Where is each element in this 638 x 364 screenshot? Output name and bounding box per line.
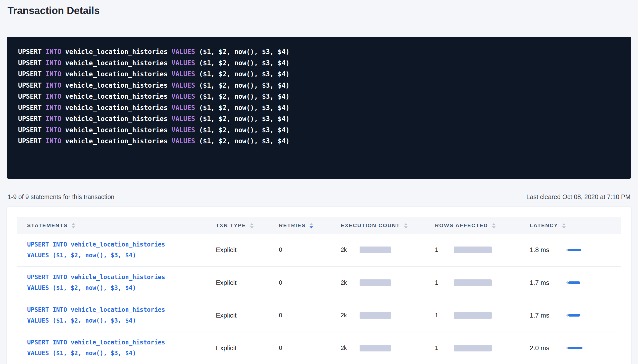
latency-cell: 2.0 ms — [530, 332, 621, 364]
execution-count-value: 2k — [341, 279, 360, 286]
column-header-latency[interactable]: LATENCY — [530, 217, 621, 234]
execution-count-bar — [360, 279, 391, 286]
execution-count-cell: 2k — [341, 332, 435, 364]
latency-value: 2.0 ms — [530, 344, 566, 352]
sql-statement-line: UPSERT INTO vehicle_location_histories V… — [18, 57, 620, 69]
sql-statement-line: UPSERT INTO vehicle_location_histories V… — [18, 80, 620, 91]
sort-desc-arrow-icon — [72, 226, 75, 228]
execution-count-value: 2k — [341, 312, 360, 319]
sql-statement-line: UPSERT INTO vehicle_location_histories V… — [18, 113, 620, 125]
rows-affected-value: 1 — [435, 247, 454, 253]
sort-asc-arrow-icon — [250, 223, 254, 225]
execution-count-value: 2k — [341, 247, 360, 253]
sql-statement-line: UPSERT INTO vehicle_location_histories V… — [18, 46, 620, 57]
rows-affected-value: 1 — [435, 312, 454, 319]
sort-desc-arrow-icon — [492, 226, 496, 228]
txn-type-cell: Explicit — [216, 299, 279, 332]
sort-icon[interactable] — [562, 223, 566, 228]
table-meta-row: 1-9 of 9 statements for this transaction… — [7, 193, 631, 201]
latency-bar — [568, 249, 581, 251]
statement-cell: UPSERT INTO vehicle_location_historiesVA… — [17, 234, 216, 266]
rows-affected-bar — [454, 345, 492, 351]
column-header-retries[interactable]: RETRIES — [279, 217, 341, 234]
sort-desc-arrow-icon — [404, 226, 408, 228]
sort-desc-arrow-icon — [310, 226, 313, 228]
column-label: EXECUTION COUNT — [341, 222, 400, 228]
column-label: LATENCY — [530, 222, 558, 228]
sql-statement-line: UPSERT INTO vehicle_location_histories V… — [18, 102, 620, 113]
sort-icon[interactable] — [250, 223, 254, 228]
statement-link[interactable]: UPSERT INTO vehicle_location_historiesVA… — [27, 239, 165, 261]
retries-cell: 0 — [279, 299, 341, 332]
sql-statement-line: UPSERT INTO vehicle_location_histories V… — [18, 136, 620, 147]
statements-table-card: STATEMENTSTXN TYPERETRIESEXECUTION COUNT… — [7, 207, 631, 364]
page-title: Transaction Details — [7, 5, 631, 16]
statement-link[interactable]: UPSERT INTO vehicle_location_historiesVA… — [27, 337, 165, 359]
latency-cell: 1.7 ms — [530, 266, 621, 299]
rows-affected-bar — [454, 247, 492, 253]
transaction-details-page: Transaction Details UPSERT INTO vehicle_… — [0, 0, 638, 364]
latency-bar — [568, 314, 580, 317]
sort-desc-arrow-icon — [250, 226, 254, 228]
column-header-statements[interactable]: STATEMENTS — [17, 217, 216, 234]
statement-row: UPSERT INTO vehicle_location_historiesVA… — [17, 332, 621, 364]
sort-asc-arrow-icon — [310, 223, 313, 225]
sort-asc-arrow-icon — [404, 223, 408, 225]
column-label: TXN TYPE — [216, 222, 246, 228]
execution-count-value: 2k — [341, 345, 360, 351]
execution-count-bar — [360, 345, 391, 351]
retries-cell: 0 — [279, 332, 341, 364]
sort-icon[interactable] — [72, 223, 75, 228]
retries-cell: 0 — [279, 266, 341, 299]
statements-table: STATEMENTSTXN TYPERETRIESEXECUTION COUNT… — [17, 217, 621, 364]
execution-count-cell: 2k — [341, 299, 435, 332]
rows-affected-cell: 1 — [435, 266, 530, 299]
rows-affected-cell: 1 — [435, 234, 530, 266]
txn-type-cell: Explicit — [216, 332, 279, 364]
rows-affected-value: 1 — [435, 345, 454, 351]
latency-value: 1.7 ms — [530, 312, 566, 319]
txn-type-cell: Explicit — [216, 266, 279, 299]
column-header-rows-affected[interactable]: ROWS AFFECTED — [435, 217, 530, 234]
sort-icon[interactable] — [404, 223, 408, 228]
last-cleared-text: Last cleared Oct 08, 2020 at 7:10 PM — [526, 193, 630, 201]
sort-desc-arrow-icon — [562, 226, 566, 228]
statements-range-text: 1-9 of 9 statements for this transaction — [8, 193, 114, 201]
execution-count-cell: 2k — [341, 234, 435, 266]
sql-statement-line: UPSERT INTO vehicle_location_histories V… — [18, 125, 620, 136]
latency-value: 1.7 ms — [530, 279, 566, 287]
sql-statement-line: UPSERT INTO vehicle_location_histories V… — [18, 69, 620, 80]
column-label: STATEMENTS — [27, 222, 68, 228]
latency-bar — [568, 281, 580, 284]
statement-link[interactable]: UPSERT INTO vehicle_location_historiesVA… — [27, 272, 165, 293]
retries-cell: 0 — [279, 234, 341, 266]
statement-row: UPSERT INTO vehicle_location_historiesVA… — [17, 266, 621, 299]
execution-count-bar — [360, 312, 391, 319]
table-header-row: STATEMENTSTXN TYPERETRIESEXECUTION COUNT… — [17, 217, 621, 234]
column-label: ROWS AFFECTED — [435, 222, 488, 228]
sort-asc-arrow-icon — [492, 223, 496, 225]
column-header-txn-type[interactable]: TXN TYPE — [216, 217, 279, 234]
statement-link[interactable]: UPSERT INTO vehicle_location_historiesVA… — [27, 305, 165, 326]
execution-count-bar — [360, 247, 391, 253]
rows-affected-cell: 1 — [435, 332, 530, 364]
sort-asc-arrow-icon — [72, 223, 75, 225]
txn-type-cell: Explicit — [216, 234, 279, 266]
statement-row: UPSERT INTO vehicle_location_historiesVA… — [17, 299, 621, 332]
rows-affected-bar — [454, 312, 492, 319]
sort-icon[interactable] — [310, 223, 313, 228]
column-label: RETRIES — [279, 222, 306, 228]
sql-statement-line: UPSERT INTO vehicle_location_histories V… — [18, 91, 620, 102]
latency-cell: 1.7 ms — [530, 299, 621, 332]
execution-count-cell: 2k — [341, 266, 435, 299]
statement-cell: UPSERT INTO vehicle_location_historiesVA… — [17, 299, 216, 332]
sort-icon[interactable] — [492, 223, 496, 228]
sort-asc-arrow-icon — [562, 223, 566, 225]
statement-row: UPSERT INTO vehicle_location_historiesVA… — [17, 234, 621, 266]
column-header-execution-count[interactable]: EXECUTION COUNT — [341, 217, 435, 234]
latency-cell: 1.8 ms — [530, 234, 621, 266]
sql-statements-box: UPSERT INTO vehicle_location_histories V… — [7, 37, 631, 179]
latency-value: 1.8 ms — [530, 246, 566, 254]
rows-affected-bar — [454, 279, 492, 286]
latency-bar — [568, 347, 582, 349]
